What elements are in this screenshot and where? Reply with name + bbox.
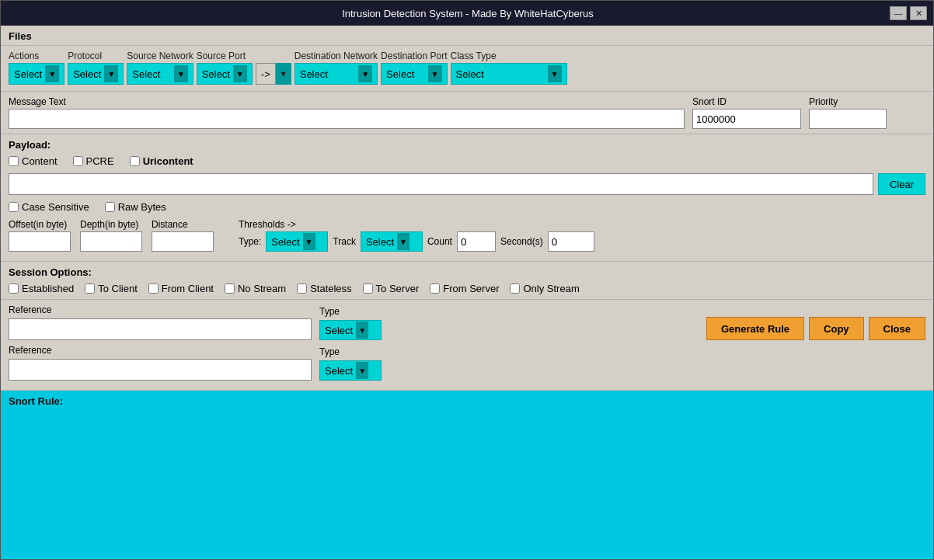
snort-id-group: Snort ID — [692, 96, 801, 129]
protocol-dropdown[interactable]: Select ▼ — [68, 63, 124, 85]
content-checkbox[interactable] — [9, 156, 19, 166]
ref2-input[interactable] — [9, 359, 312, 381]
snort-id-label: Snort ID — [692, 96, 801, 107]
type2-dropdown-arrow: ▼ — [356, 362, 368, 379]
depth-label: Depth(in byte) — [80, 219, 142, 230]
depth-input[interactable] — [80, 231, 142, 252]
uricontent-checkbox[interactable] — [130, 156, 140, 166]
actions-dropdown[interactable]: Select ▼ — [9, 63, 64, 85]
thresholds-label: Thresholds -> — [239, 219, 594, 230]
established-checkbox[interactable] — [9, 283, 19, 294]
only-stream-label[interactable]: Only Stream — [510, 283, 579, 294]
class-type-dropdown[interactable]: Select ▼ — [451, 63, 567, 85]
copy-button[interactable]: Copy — [809, 317, 864, 340]
pcre-checkbox[interactable] — [73, 156, 83, 166]
ref1-group: Reference — [9, 304, 312, 340]
arrow-group: -> ▼ — [256, 50, 291, 85]
to-server-checkbox[interactable] — [363, 283, 373, 294]
uricontent-checkbox-label[interactable]: Uricontent — [130, 155, 193, 167]
payload-title: Payload: — [9, 139, 925, 151]
thresholds-group: Thresholds -> Type: Select ▼ Track Selec… — [239, 219, 594, 252]
distance-label: Distance — [152, 219, 214, 230]
dest-network-label: Destination Network — [294, 50, 378, 61]
raw-bytes-label[interactable]: Raw Bytes — [105, 201, 166, 213]
content-checkbox-label[interactable]: Content — [9, 155, 58, 167]
stateless-label[interactable]: Stateless — [297, 283, 351, 294]
offset-group: Offset(in byte) — [9, 219, 71, 252]
main-window: Intrusion Detection System - Made By Whi… — [0, 0, 934, 560]
snort-rule-section: Snort Rule: — [1, 391, 933, 559]
raw-bytes-checkbox[interactable] — [105, 202, 115, 212]
payload-content-input[interactable] — [9, 173, 873, 195]
dest-network-dropdown[interactable]: Select ▼ — [294, 63, 378, 85]
to-client-checkbox[interactable] — [85, 283, 95, 294]
type2-dropdown[interactable]: Select ▼ — [319, 360, 382, 381]
dest-port-label: Destination Port — [381, 50, 447, 61]
type-dropdown-arrow: ▼ — [303, 233, 315, 250]
source-port-group: Source Port Select ▼ — [197, 50, 253, 85]
source-port-dropdown[interactable]: Select ▼ — [197, 63, 253, 85]
class-type-group: Class Type Select ▼ — [451, 50, 567, 85]
to-server-label[interactable]: To Server — [363, 283, 420, 294]
no-stream-checkbox[interactable] — [225, 283, 235, 294]
type2-group: Type Select ▼ — [319, 346, 382, 381]
to-client-label[interactable]: To Client — [85, 283, 138, 294]
session-title: Session Options: — [9, 266, 925, 278]
ref1-input[interactable] — [9, 318, 312, 340]
files-menu[interactable]: Files — [1, 26, 933, 46]
offset-row: Offset(in byte) Depth(in byte) Distance … — [9, 219, 925, 252]
arrow-direction: -> ▼ — [256, 63, 291, 85]
seconds-label: Second(s) — [500, 236, 543, 247]
source-network-label: Source Network — [127, 50, 193, 61]
thresholds-controls: Type: Select ▼ Track Select ▼ Count — [239, 231, 594, 252]
class-type-arrow: ▼ — [548, 65, 562, 82]
message-row: Message Text Snort ID Priority — [1, 92, 933, 134]
payload-input-row: Clear — [9, 173, 925, 195]
source-network-dropdown[interactable]: Select ▼ — [127, 63, 193, 85]
from-server-checkbox[interactable] — [430, 283, 440, 294]
seconds-input[interactable] — [548, 231, 594, 252]
thresholds-area: Thresholds -> Type: Select ▼ Track Selec… — [239, 219, 594, 252]
protocol-label: Protocol — [68, 50, 124, 61]
count-label: Count — [427, 236, 452, 247]
title-bar: Intrusion Detection System - Made By Whi… — [1, 1, 933, 26]
offset-label: Offset(in byte) — [9, 219, 71, 230]
generate-rule-button[interactable]: Generate Rule — [706, 317, 804, 340]
type1-dropdown[interactable]: Select ▼ — [319, 320, 382, 340]
stateless-checkbox[interactable] — [297, 283, 307, 294]
distance-input[interactable] — [152, 231, 214, 252]
direction-arrow-btn[interactable]: ▼ — [276, 63, 291, 85]
message-text-label: Message Text — [9, 96, 685, 107]
distance-group: Distance — [152, 219, 214, 252]
priority-input[interactable] — [809, 109, 887, 129]
no-stream-label[interactable]: No Stream — [225, 283, 286, 294]
dropdowns-row: Actions Select ▼ Protocol Select ▼ Sourc… — [1, 46, 933, 92]
close-button[interactable]: Close — [869, 317, 925, 340]
from-client-checkbox[interactable] — [148, 283, 159, 294]
from-server-label[interactable]: From Server — [430, 283, 499, 294]
reference-row-2: Reference Type Select ▼ — [9, 345, 925, 381]
only-stream-checkbox[interactable] — [510, 283, 520, 294]
case-sensitive-label[interactable]: Case Sensitive — [9, 201, 89, 213]
source-network-group: Source Network Select ▼ — [127, 50, 193, 85]
offset-input[interactable] — [9, 231, 71, 252]
count-input[interactable] — [457, 231, 496, 252]
clear-button[interactable]: Clear — [878, 173, 925, 195]
actions-arrow: ▼ — [45, 65, 59, 82]
established-label[interactable]: Established — [9, 283, 74, 294]
snort-id-input[interactable] — [692, 109, 801, 129]
source-port-arrow: ▼ — [233, 65, 247, 82]
reference-section: Reference Type Select ▼ Generate Rule Co… — [1, 300, 933, 391]
dest-port-dropdown[interactable]: Select ▼ — [381, 63, 447, 85]
title-bar-controls: — ✕ — [890, 6, 927, 20]
from-client-label[interactable]: From Client — [148, 283, 214, 294]
type1-group: Type Select ▼ — [319, 306, 382, 340]
type-dropdown[interactable]: Select ▼ — [266, 231, 328, 252]
close-button[interactable]: ✕ — [910, 6, 927, 20]
minimize-button[interactable]: — — [890, 6, 907, 20]
track-dropdown[interactable]: Select ▼ — [361, 231, 423, 252]
message-text-input[interactable] — [9, 109, 685, 129]
pcre-checkbox-label[interactable]: PCRE — [73, 155, 114, 167]
case-sensitive-checkbox[interactable] — [9, 202, 19, 212]
window-title: Intrusion Detection System - Made By Whi… — [46, 8, 890, 19]
